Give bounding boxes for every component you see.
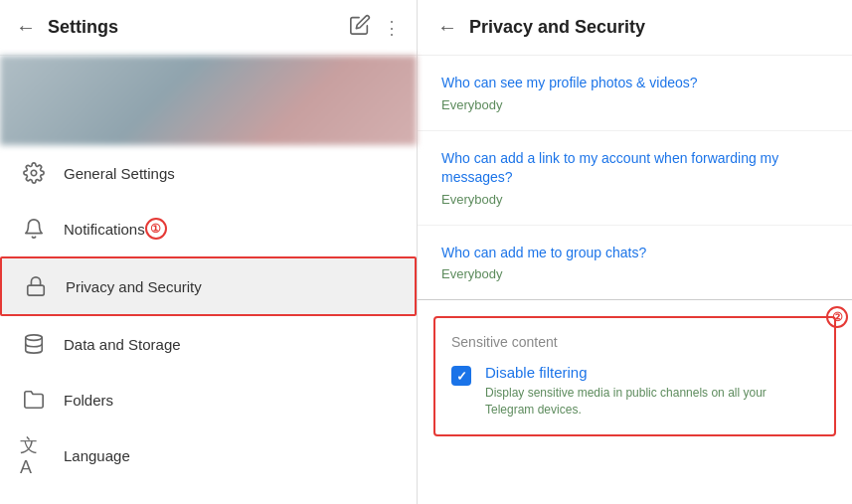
sensitive-row: Disable filtering Display sensitive medi…	[451, 364, 818, 419]
nav-items-list: General Settings Notifications ① Privacy…	[0, 145, 417, 504]
sidebar-item-privacy-label: Privacy and Security	[66, 278, 202, 295]
disable-filtering-checkbox[interactable]	[451, 366, 471, 386]
sidebar-item-language[interactable]: 文A Language	[0, 427, 417, 483]
svg-rect-1	[28, 285, 45, 295]
sensitive-section-title: Sensitive content	[451, 334, 818, 350]
more-options-icon[interactable]: ⋮	[383, 17, 401, 39]
sidebar-item-general[interactable]: General Settings	[0, 145, 417, 201]
notification-badge: ①	[145, 218, 167, 240]
setting-row-groups[interactable]: Who can add me to group chats? Everybody	[418, 226, 852, 301]
right-header: ← Privacy and Security	[418, 0, 852, 56]
annotation-circle-2: ②	[826, 306, 848, 328]
setting-question-forwarding: Who can add a link to my account when fo…	[441, 149, 828, 188]
setting-row-forwarding[interactable]: Who can add a link to my account when fo…	[418, 131, 852, 226]
left-panel: ← Settings ⋮ General Settings	[0, 0, 418, 504]
disable-filtering-label: Disable filtering	[485, 364, 818, 381]
setting-row-photos[interactable]: Who can see my profile photos & videos? …	[418, 56, 852, 131]
sidebar-item-general-label: General Settings	[64, 165, 175, 182]
translate-icon: 文A	[20, 441, 48, 469]
back-icon-left[interactable]: ←	[16, 16, 36, 39]
sidebar-item-language-label: Language	[64, 447, 130, 464]
sidebar-item-folders[interactable]: Folders	[0, 372, 417, 427]
setting-value-forwarding: Everybody	[441, 192, 828, 207]
sidebar-item-folders-label: Folders	[64, 392, 113, 409]
setting-value-photos: Everybody	[441, 97, 828, 112]
sidebar-item-data-label: Data and Storage	[64, 336, 181, 353]
disable-filtering-description: Display sensitive media in public channe…	[485, 385, 818, 419]
right-panel-title: Privacy and Security	[469, 17, 645, 38]
svg-point-2	[26, 335, 43, 341]
lock-icon	[22, 272, 50, 300]
checkbox-wrapper	[451, 366, 471, 386]
sidebar-item-notifications[interactable]: Notifications ①	[0, 201, 417, 256]
left-panel-title: Settings	[48, 17, 349, 38]
bell-icon	[20, 215, 48, 243]
sidebar-item-data[interactable]: Data and Storage	[0, 316, 417, 372]
sidebar-item-privacy[interactable]: Privacy and Security	[0, 256, 417, 316]
left-header: ← Settings ⋮	[0, 0, 417, 56]
setting-value-groups: Everybody	[441, 266, 828, 281]
right-content: Who can see my profile photos & videos? …	[418, 56, 852, 504]
gear-icon	[20, 159, 48, 187]
folder-icon	[20, 386, 48, 414]
profile-banner	[0, 56, 417, 145]
database-icon	[20, 330, 48, 358]
edit-icon[interactable]	[349, 14, 371, 41]
sidebar-item-notifications-label: Notifications	[64, 221, 145, 238]
sensitive-content-section: Sensitive content Disable filtering Disp…	[433, 316, 836, 436]
right-panel: ← Privacy and Security Who can see my pr…	[418, 0, 852, 504]
setting-question-photos: Who can see my profile photos & videos?	[441, 74, 828, 93]
sensitive-text: Disable filtering Display sensitive medi…	[485, 364, 818, 419]
svg-point-0	[31, 170, 37, 176]
setting-question-groups: Who can add me to group chats?	[441, 244, 828, 263]
back-icon-right[interactable]: ←	[437, 16, 457, 39]
